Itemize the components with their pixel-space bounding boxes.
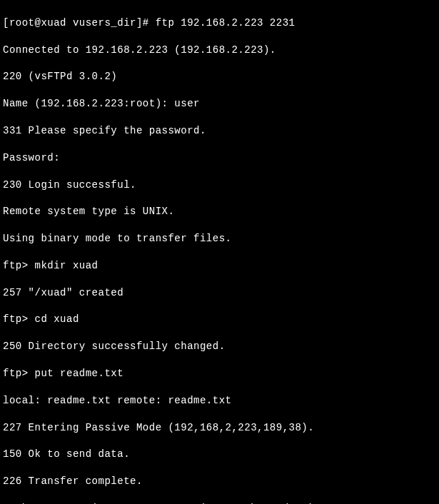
- terminal-line: 226 Transfer complete.: [3, 475, 436, 488]
- terminal-line: Name (192.168.2.223:root): user: [3, 97, 436, 111]
- terminal-line: ftp> put readme.txt: [3, 367, 436, 380]
- terminal-line: Remote system type is UNIX.: [3, 205, 436, 218]
- terminal-line: 220 (vsFTPd 3.0.2): [3, 70, 436, 84]
- terminal-line: Password:: [3, 151, 436, 165]
- terminal-line: [root@xuad vusers_dir]# ftp 192.168.2.22…: [3, 16, 436, 30]
- terminal-line: ftp> cd xuad: [3, 313, 436, 326]
- terminal-line: 250 Directory successfully changed.: [3, 340, 436, 353]
- terminal-line: local: readme.txt remote: readme.txt: [3, 394, 436, 408]
- terminal-line: 331 Please specify the password.: [3, 124, 436, 138]
- terminal-line: 230 Login successful.: [3, 178, 436, 192]
- terminal-line: 150 Ok to send data.: [3, 448, 436, 461]
- terminal-line: Connected to 192.168.2.223 (192.168.2.22…: [3, 44, 436, 57]
- terminal-line: 257 "/xuad" created: [3, 286, 436, 300]
- terminal-line: ftp> mkdir xuad: [3, 259, 436, 273]
- terminal-line: Using binary mode to transfer files.: [3, 232, 436, 246]
- terminal-output: [root@xuad vusers_dir]# ftp 192.168.2.22…: [3, 3, 436, 504]
- terminal-line: 227 Entering Passive Mode (192,168,2,223…: [3, 421, 436, 435]
